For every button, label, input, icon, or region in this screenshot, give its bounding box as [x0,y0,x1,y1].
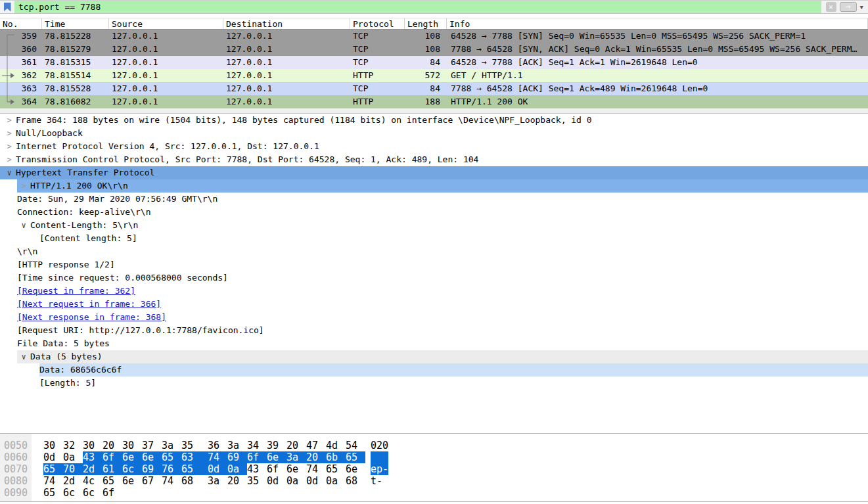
hex-byte[interactable]: 6c [63,487,83,499]
hex-byte[interactable]: 47 [306,440,326,451]
hex-byte[interactable]: 6e [122,451,142,463]
hex-byte[interactable]: 69 [142,463,162,475]
hex-byte[interactable]: 76 [162,463,181,475]
hex-byte[interactable]: 20 [286,440,306,451]
column-header-src[interactable]: Source [109,18,223,29]
hex-byte[interactable]: 36 [201,440,227,451]
hex-byte[interactable]: 65 [326,463,346,475]
column-header-proto[interactable]: Protocol [350,18,405,29]
hex-byte[interactable]: 63 [181,451,201,463]
detail-row[interactable]: \r\n [0,245,868,258]
hex-byte[interactable]: 0a [286,475,306,487]
column-header-dst[interactable]: Destination [223,18,350,29]
hex-byte[interactable]: 6f [103,487,122,499]
packet-row[interactable]: 36278.815514127.0.0.1127.0.0.1HTTP572GET… [0,69,868,82]
collapsed-arrow-icon[interactable]: > [3,127,16,140]
hex-byte[interactable]: 39 [267,440,286,451]
hex-byte[interactable]: 6f [103,451,122,463]
hex-byte[interactable]: 0d [201,463,227,475]
detail-link-row[interactable]: [Request in frame: 362] [0,285,868,298]
packet-row[interactable]: 35978.815228127.0.0.1127.0.0.1TCP1086452… [0,30,868,43]
hex-byte[interactable]: 30 [83,440,103,451]
detail-row[interactable]: [Request URI: http://127.0.0.1:7788/favi… [0,324,868,337]
detail-row[interactable]: File Data: 5 bytes [0,337,868,350]
hex-byte[interactable]: 6c [83,487,103,499]
hex-byte[interactable]: 30 [122,440,142,451]
detail-row[interactable]: Connection: keep-alive\r\n [0,206,868,219]
hex-byte[interactable]: 43 [247,463,267,475]
hex-byte[interactable]: 67 [142,475,162,487]
clear-filter-button[interactable]: ✕ [826,2,836,12]
hex-byte[interactable]: 74 [201,451,227,463]
hex-byte[interactable]: 3a [162,440,181,451]
hex-byte[interactable]: 65 [181,463,201,475]
detail-row[interactable]: [HTTP response 1/2] [0,258,868,271]
detail-row[interactable]: ∨Content-Length: 5\r\n [0,219,868,232]
hex-byte[interactable]: 30 [43,440,63,451]
detail-row[interactable]: Data: 68656c6c6f [0,363,868,377]
hex-byte[interactable]: 20 [103,440,122,451]
hex-byte[interactable]: 3a [286,451,306,463]
column-header-info[interactable]: Info [447,18,868,29]
hex-byte[interactable]: 6b [326,451,346,463]
hex-byte[interactable]: 6f [247,451,267,463]
expanded-arrow-icon[interactable]: ∨ [17,350,30,363]
hex-byte[interactable]: 6e [267,451,286,463]
hex-byte[interactable]: 69 [227,451,247,463]
hex-byte[interactable]: 54 [346,440,365,451]
collapsed-arrow-icon[interactable]: > [3,153,16,166]
hex-byte[interactable]: 0a [326,475,346,487]
hex-byte[interactable]: 2d [63,475,83,487]
hex-byte[interactable]: 3a [227,440,247,451]
detail-row[interactable]: >Null/Loopback [0,127,868,140]
hex-byte[interactable]: 37 [142,440,162,451]
hex-byte[interactable]: 4d [326,440,346,451]
pane-splitter[interactable] [0,108,868,114]
filter-dropdown-button[interactable]: ▼ [860,4,863,11]
apply-filter-button[interactable]: → [840,2,857,12]
hex-byte[interactable]: 65 [43,487,63,499]
detail-row[interactable]: >HTTP/1.1 200 OK\r\n [0,179,868,193]
hex-byte[interactable]: 2d [83,463,103,475]
hex-byte[interactable]: 34 [247,440,267,451]
hex-byte[interactable]: 74 [306,463,326,475]
packet-row[interactable]: 36478.816082127.0.0.1127.0.0.1HTTP188HTT… [0,95,868,108]
column-header-time[interactable]: Time [42,18,109,29]
hex-byte[interactable]: 3a [201,475,227,487]
collapsed-arrow-icon[interactable]: > [3,140,16,153]
column-header-no[interactable]: No. [0,18,42,29]
hex-byte[interactable]: 6e [122,475,142,487]
detail-link-row[interactable]: [Next request in frame: 366] [0,298,868,311]
hex-byte[interactable]: 20 [306,451,326,463]
hex-byte[interactable]: 0a [63,451,83,463]
hex-byte[interactable]: 61 [103,463,122,475]
filter-bookmark-button[interactable] [0,1,14,13]
hex-byte[interactable]: 68 [346,475,365,487]
hex-byte[interactable]: 6f [267,463,286,475]
hex-byte[interactable]: 65 [103,475,122,487]
hex-byte[interactable]: 35 [181,440,201,451]
hex-byte[interactable]: 0a [227,463,247,475]
hex-byte[interactable]: 65 [43,463,63,475]
hex-byte[interactable]: 6e [142,451,162,463]
expanded-arrow-icon[interactable]: ∨ [3,166,16,179]
packet-row[interactable]: 36178.815315127.0.0.1127.0.0.1TCP8464528… [0,56,868,69]
hex-byte[interactable]: 68 [181,475,201,487]
collapsed-arrow-icon[interactable]: > [3,114,16,127]
hex-byte[interactable]: 65 [346,451,365,463]
detail-row[interactable]: Date: Sun, 29 Mar 2020 07:56:49 GMT\r\n [0,193,868,206]
packet-row[interactable]: 36378.815528127.0.0.1127.0.0.1TCP847788 … [0,82,868,95]
detail-link-row[interactable]: [Next response in frame: 368] [0,311,868,324]
detail-row[interactable]: [Time since request: 0.000568000 seconds… [0,271,868,285]
detail-row[interactable]: ∨Data (5 bytes) [0,350,868,363]
hex-byte[interactable]: 6c [122,463,142,475]
hex-byte[interactable]: 0d [43,451,63,463]
display-filter-input[interactable]: tcp.port == 7788 [14,1,821,13]
packet-row[interactable]: 36078.815279127.0.0.1127.0.0.1TCP1087788… [0,43,868,56]
detail-row[interactable]: >Frame 364: 188 bytes on wire (1504 bits… [0,114,868,127]
hex-byte[interactable]: 0d [267,475,286,487]
hex-byte[interactable]: 0d [306,475,326,487]
hex-byte[interactable]: 4c [83,475,103,487]
expanded-arrow-icon[interactable]: ∨ [17,219,30,232]
hex-byte[interactable]: 74 [43,475,63,487]
